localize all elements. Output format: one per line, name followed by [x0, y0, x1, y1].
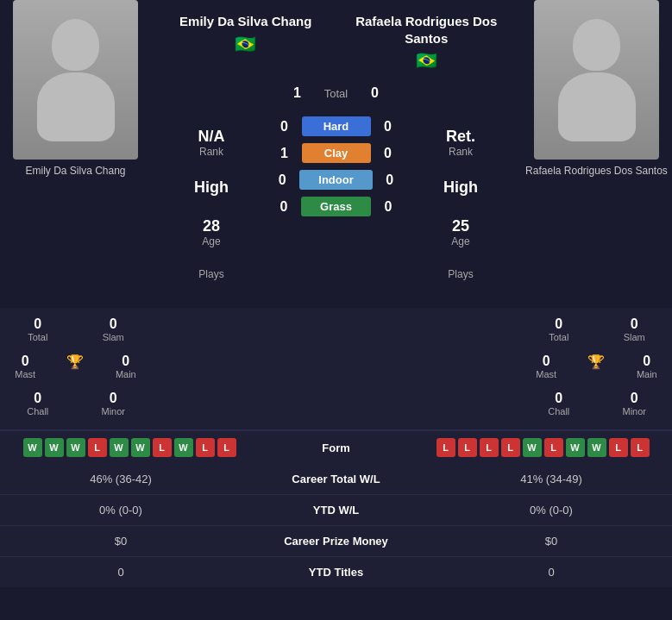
player2-chall-label: Chall [548, 406, 569, 416]
player1-center-stats: N/A Rank High 28 Age Plays [155, 109, 267, 299]
player1-rank-label: Rank [199, 146, 223, 158]
grass-button: Grass [301, 197, 371, 216]
prize-label: Career Prize Money [242, 535, 430, 548]
ytd-titles-row: 0 YTD Titles 0 [0, 556, 672, 587]
player1-total-label: Total [28, 332, 47, 342]
form-badge-left: W [174, 438, 193, 457]
player1-slam-item: 0 Slam [91, 316, 135, 342]
player2-mast-value: 0 [543, 354, 550, 369]
player1-chall-label: Chall [27, 406, 48, 416]
indoor-score-right: 0 [381, 172, 399, 188]
player1-avatar [13, 0, 138, 160]
player1-age-item: 28 Age [202, 217, 220, 247]
clay-score-left: 1 [276, 146, 293, 161]
clay-button: Clay [302, 143, 371, 163]
player1-trophy-icon: 🏆 [66, 354, 84, 370]
form-badge-left: L [196, 438, 215, 457]
form-badge-left: L [217, 438, 236, 457]
player2-high-value: High [443, 178, 478, 197]
player2-chall-value: 0 [555, 391, 562, 406]
player2-minor-label: Minor [622, 406, 646, 416]
player1-stats-panel: 0 Total 0 Slam 0 Mast 🏆 0 Main [0, 312, 151, 421]
center-spacer [151, 312, 521, 421]
player1-mast-item: 0 Mast [3, 354, 47, 379]
top-section: Emily Da Silva Chang Emily Da Silva Chan… [0, 0, 672, 308]
form-badge-left: L [88, 438, 107, 457]
surfaces-column: 0 Hard 0 1 Clay 0 0 Indoor 0 [267, 109, 405, 299]
stats-table: 46% (36-42) Career Total W/L 41% (34-49)… [0, 464, 672, 587]
player2-high-item: High [443, 178, 478, 197]
player2-plays-item: Plays [448, 268, 473, 280]
player2-stats-panel: 0 Total 0 Slam 0 Mast 🏆 0 Main [521, 312, 672, 421]
player2-stat-row1: 0 Total 0 Slam [521, 316, 672, 342]
player2-age-label: Age [451, 235, 469, 247]
player2-name-top: Rafaela Rodrigues Dos Santos [336, 13, 518, 47]
player1-high-value: High [194, 178, 229, 197]
player1-stat-row1: 0 Total 0 Slam [0, 316, 151, 342]
player2-trophy-icon: 🏆 [587, 354, 605, 370]
form-badge-right: L [631, 438, 650, 457]
player1-total-value: 0 [34, 316, 41, 332]
player-stats-row: 0 Total 0 Slam 0 Mast 🏆 0 Main [0, 308, 672, 429]
score-total-right: 0 [367, 85, 384, 101]
player2-total-label: Total [549, 332, 568, 342]
player1-trophy-icon-item: 🏆 [53, 354, 97, 379]
form-badge-right: L [544, 438, 563, 457]
player1-silhouette [13, 0, 138, 160]
grass-row: 0 Grass 0 [267, 197, 405, 216]
player1-plays-item: Plays [198, 268, 223, 280]
player1-high-item: High [194, 178, 229, 197]
form-badges-left: WWWLWWLWLL [9, 438, 250, 457]
player1-chall-value: 0 [34, 391, 41, 406]
form-badge-right: L [458, 438, 477, 457]
player2-main-label: Main [637, 369, 657, 379]
player2-avatar [534, 0, 659, 160]
player1-slam-value: 0 [110, 316, 117, 332]
player2-minor-value: 0 [631, 391, 638, 406]
ytd-wl-label: YTD W/L [242, 504, 430, 517]
hard-score-left: 0 [276, 119, 293, 135]
ytd-titles-left: 0 [0, 566, 242, 579]
player1-rank-value: N/A [198, 128, 225, 146]
main-container: Emily Da Silva Chang Emily Da Silva Chan… [0, 0, 672, 587]
player2-head [573, 19, 620, 71]
prize-left: $0 [0, 535, 242, 548]
player2-name-bottom: Rafaela Rodrigues Dos Santos [521, 165, 672, 177]
player1-minor-item: 0 Minor [91, 391, 135, 416]
player2-plays-label: Plays [448, 268, 473, 280]
score-total-label: Total [315, 87, 358, 100]
ytd-wl-left: 0% (0-0) [0, 504, 242, 517]
player1-body [37, 72, 115, 141]
form-badge-right: L [609, 438, 628, 457]
indoor-button: Indoor [299, 170, 372, 190]
player2-avatar-section: Rafaela Rodrigues Dos Santos [521, 0, 672, 308]
player2-body [558, 72, 636, 141]
player2-stat-row3: 0 Chall 0 Minor [521, 391, 672, 416]
player2-total-value: 0 [555, 316, 562, 332]
player1-minor-value: 0 [110, 391, 117, 406]
player2-flag: 🇧🇷 [336, 50, 518, 71]
player2-stat-row2: 0 Mast 🏆 0 Main [521, 354, 672, 379]
grass-score-left: 0 [275, 199, 292, 215]
player2-slam-item: 0 Slam [612, 316, 656, 342]
player2-slam-value: 0 [631, 316, 638, 332]
player2-slam-label: Slam [624, 332, 645, 342]
player2-rank-item: Ret. Rank [446, 128, 475, 158]
form-section: WWWLWWLWLL Form LLLLWLWWLL [0, 430, 672, 464]
hard-button: Hard [302, 116, 371, 136]
form-badge-right: L [436, 438, 455, 457]
indoor-row: 0 Indoor 0 [267, 170, 405, 190]
career-wl-right: 41% (34-49) [430, 473, 672, 485]
player1-main-label: Main [116, 369, 136, 379]
form-label: Form [322, 442, 350, 454]
player1-mast-value: 0 [22, 354, 29, 369]
player1-plays-label: Plays [198, 268, 223, 280]
form-badge-left: W [110, 438, 129, 457]
player1-slam-label: Slam [103, 332, 124, 342]
player1-stat-row3: 0 Chall 0 Minor [0, 391, 151, 416]
ytd-wl-right: 0% (0-0) [430, 504, 672, 517]
player2-main-value: 0 [643, 354, 650, 369]
player1-head [52, 19, 99, 71]
clay-score-right: 0 [380, 146, 397, 161]
form-badges-right: LLLLWLWWLL [422, 438, 663, 457]
